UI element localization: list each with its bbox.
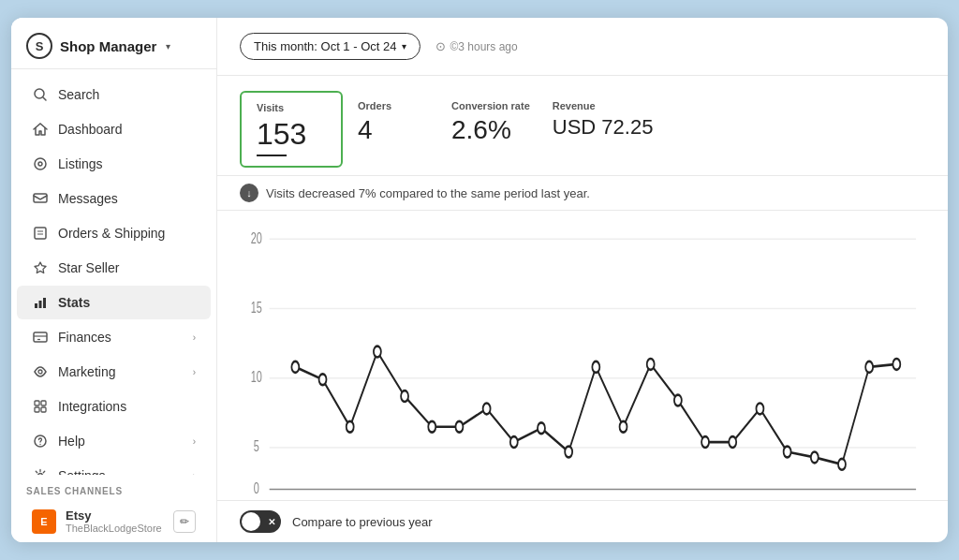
sidebar-item-dashboard-label: Dashboard — [58, 122, 123, 137]
chart-dot — [893, 359, 900, 370]
sidebar-item-star-seller[interactable]: Star Seller — [17, 251, 211, 285]
chart-dot — [319, 374, 327, 385]
chart-dot — [347, 421, 354, 433]
conversion-label: Conversion rate — [451, 100, 530, 111]
svg-text:20: 20 — [251, 228, 262, 246]
visits-stat[interactable]: Visits 153 — [240, 91, 343, 168]
date-range-selector[interactable]: This month: Oct 1 - Oct 24 ▾ — [240, 33, 420, 60]
svg-point-3 — [38, 162, 42, 166]
star-icon — [32, 259, 49, 276]
messages-icon — [32, 190, 49, 207]
revenue-stat[interactable]: Revenue USD 72.25 — [553, 91, 676, 168]
shop-icon: S — [26, 33, 52, 59]
integrations-icon — [32, 398, 49, 415]
conversion-stat[interactable]: Conversion rate 2.6% — [451, 91, 553, 168]
sidebar-item-help-label: Help — [58, 434, 85, 449]
revenue-value: USD 72.25 — [553, 117, 654, 138]
chart-dot — [592, 361, 599, 373]
toggle-knob — [242, 512, 260, 531]
sidebar: S Shop Manager ▾ Search — [11, 18, 217, 542]
chart-dot — [401, 391, 408, 402]
sidebar-item-messages[interactable]: Messages — [17, 182, 211, 215]
chart-dot — [784, 447, 791, 458]
listings-icon — [32, 155, 49, 172]
alert-text: Visits decreased 7% compared to the same… — [266, 186, 590, 200]
orders-stat[interactable]: Orders 4 — [358, 91, 451, 168]
chart-area: 20 15 10 5 0 Oct 1 Oct 9 Oct 16 — [217, 211, 948, 500]
svg-text:0: 0 — [254, 479, 259, 496]
last-updated-label: ⊙ ©3 hours ago — [435, 39, 517, 53]
chart-dot — [483, 404, 491, 415]
chart-dot — [811, 451, 819, 463]
help-arrow-icon: › — [193, 436, 196, 447]
sidebar-item-search[interactable]: Search — [17, 78, 211, 111]
sidebar-item-orders[interactable]: Orders & Shipping — [17, 216, 211, 250]
sidebar-item-listings-label: Listings — [58, 156, 102, 171]
svg-text:15: 15 — [251, 299, 262, 317]
sidebar-item-dashboard[interactable]: Dashboard — [17, 112, 211, 146]
svg-rect-10 — [43, 298, 46, 308]
edit-channel-button[interactable]: ✏ — [173, 510, 196, 533]
sidebar-item-marketing-label: Marketing — [58, 364, 115, 379]
sidebar-item-orders-label: Orders & Shipping — [58, 226, 165, 241]
svg-rect-4 — [34, 194, 47, 202]
visits-underline — [257, 155, 287, 156]
sidebar-header[interactable]: S Shop Manager ▾ — [11, 18, 216, 69]
chart-dot — [510, 436, 518, 448]
svg-rect-5 — [35, 228, 46, 239]
sales-channels-section: SALES CHANNELS E Etsy TheBlackLodgeStore… — [11, 475, 216, 542]
svg-rect-18 — [41, 407, 46, 412]
chart-dot — [455, 421, 463, 433]
sidebar-item-search-label: Search — [58, 87, 99, 102]
shop-manager-title: Shop Manager — [60, 38, 156, 54]
settings-arrow-icon: › — [193, 471, 196, 476]
visits-value: 153 — [257, 119, 326, 149]
chart-dot — [674, 395, 682, 406]
chart-dot — [538, 422, 545, 434]
sidebar-item-help[interactable]: Help › — [17, 424, 211, 458]
sidebar-item-settings-label: Settings — [58, 468, 106, 475]
visits-label: Visits — [257, 102, 326, 113]
sidebar-item-settings[interactable]: Settings › — [17, 459, 211, 475]
etsy-channel-item[interactable]: E Etsy TheBlackLodgeStore ✏ — [17, 501, 211, 541]
svg-point-21 — [38, 474, 43, 476]
sidebar-item-finances[interactable]: Finances › — [17, 320, 211, 354]
alert-bar: ↓ Visits decreased 7% compared to the sa… — [217, 176, 948, 211]
channel-name: Etsy — [66, 508, 164, 523]
conversion-value: 2.6% — [451, 117, 530, 143]
help-icon — [32, 433, 49, 449]
sidebar-item-marketing[interactable]: Marketing › — [17, 355, 211, 389]
sidebar-item-listings[interactable]: Listings — [17, 147, 211, 181]
sidebar-item-stats[interactable]: Stats — [17, 286, 211, 319]
finances-icon — [32, 329, 49, 346]
toggle-bar: ✕ Compare to previous year — [217, 500, 948, 542]
sales-channels-label: SALES CHANNELS — [11, 475, 216, 500]
svg-rect-9 — [39, 301, 42, 308]
app-container: S Shop Manager ▾ Search — [11, 18, 948, 542]
date-range-label: This month: Oct 1 - Oct 24 — [254, 39, 396, 53]
etsy-badge: E — [32, 509, 56, 534]
chart-dot — [647, 359, 655, 370]
channel-info: Etsy TheBlackLodgeStore — [66, 508, 164, 534]
sidebar-item-integrations[interactable]: Integrations — [17, 390, 211, 423]
finances-arrow-icon: › — [193, 332, 196, 343]
marketing-arrow-icon: › — [193, 367, 196, 377]
svg-line-1 — [43, 97, 46, 100]
chart-dot — [565, 447, 572, 458]
search-icon — [32, 86, 49, 103]
svg-rect-15 — [35, 401, 39, 405]
sidebar-item-star-seller-label: Star Seller — [58, 260, 119, 275]
toggle-label: Compare to previous year — [292, 515, 433, 529]
sidebar-nav: Search Dashboard — [11, 69, 216, 475]
sidebar-item-integrations-label: Integrations — [58, 399, 126, 414]
last-updated-text: ©3 hours ago — [450, 40, 517, 53]
main-content: This month: Oct 1 - Oct 24 ▾ ⊙ ©3 hours … — [217, 18, 948, 542]
alert-down-icon: ↓ — [240, 184, 258, 202]
compare-toggle[interactable]: ✕ — [240, 510, 281, 533]
dropdown-arrow-icon: ▾ — [166, 41, 170, 52]
svg-text:10: 10 — [251, 368, 262, 386]
main-header: This month: Oct 1 - Oct 24 ▾ ⊙ ©3 hours … — [217, 18, 948, 76]
stats-icon — [32, 294, 49, 311]
svg-rect-16 — [41, 401, 46, 405]
date-arrow-icon: ▾ — [402, 41, 406, 52]
